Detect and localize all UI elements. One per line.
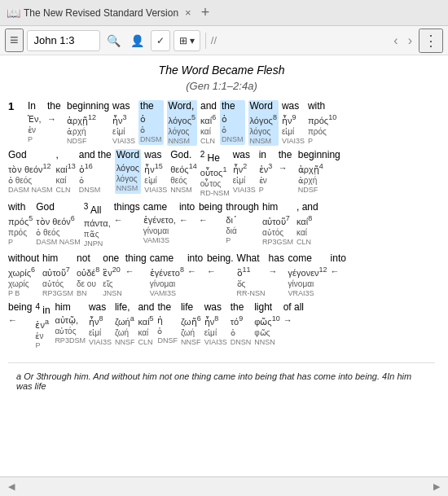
word-cell-the4: the→ (279, 149, 295, 173)
verse-3a-section: withπρός5πρόςP Godτὸν θεόν6ὁ θεόςDASM NA… (8, 201, 435, 251)
check-button[interactable]: ✓ (151, 30, 170, 51)
word-cell-through: throughδι᾽διάP (226, 201, 259, 246)
footer-bar: ◀ ▶ (0, 476, 448, 496)
passage-ref: (Gen 1:1–2:4a) (8, 80, 435, 92)
word-cell-being: being← (199, 201, 222, 226)
word-cell-life: life,ζωήaζωήNNSF (115, 301, 135, 347)
word-cell-god: Godτὸν θεόν12ὁ θεόςDASM NASM (8, 149, 53, 195)
verse-1-english: 1 InἘν,ἐνP the→ beginningἀρχῇ12ἀρχήNDSF … (8, 100, 435, 147)
word-cell-with: withπρός10πρόςP (308, 100, 336, 146)
title-bar: 📖 The New Revised Standard Version × + (0, 0, 448, 26)
verse-3a-row: withπρός5πρόςP Godτὸν θεόν6ὁ θεόςDASM NA… (8, 201, 435, 251)
word-cell-of: of all→ (283, 301, 304, 326)
word-cell-him2: himαὐτοῦ7αὐτόςRP3GSM (42, 252, 73, 298)
divider-label: // (211, 34, 217, 46)
word-cell-him: himαὐτοῦ7αὐτόςRP3GSM (262, 201, 293, 247)
word-cell-vnum2: 2 Heοὗτος1οὗτοςRD-NSM (200, 149, 230, 198)
word-cell-being3: being← (8, 301, 32, 326)
word-cell-was5: wasἦν8εἰμίVIAI3S (89, 301, 112, 347)
scroll-left-icon[interactable]: ◀ (8, 481, 15, 492)
word-cell-word2: Wordλόγος8λόγοςNNSM (248, 100, 279, 146)
word-cell-the5: theἡὁDNSF (157, 301, 178, 346)
verse-4-row: being← 4 inἐνaἐνP himαὐτῷ,αὐτόςRP3DSM wa… (8, 301, 435, 352)
word-cell-the: the→ (47, 100, 64, 125)
word-cell-god2: God.θεός14θεόςNNSM (170, 149, 196, 195)
word-cell-what: Whatὃ11ὅςRR-NSN (237, 252, 266, 298)
verse-3b-row: withoutχωρίς6χωρίςP B himαὐτοῦ7αὐτόςRP3G… (8, 252, 435, 300)
word-cell-has: has→ (269, 252, 285, 277)
word-cell-light: lightφῶς10φῶςNNSN (254, 301, 279, 347)
users-button[interactable]: 👤 (127, 33, 147, 49)
more-button[interactable]: ⋮ (419, 29, 443, 53)
word-cell-into2: into← (187, 252, 204, 277)
word-cell-into3: into← (331, 252, 347, 277)
tab-close-button[interactable]: × (185, 7, 191, 19)
next-button[interactable]: › (405, 32, 415, 50)
toolbar-separator (205, 33, 206, 49)
word-cell-one: oneἓν20εἴςJNSN (103, 252, 122, 298)
verse-1b-section: Godτὸν θεόν12ὁ θεόςDASM NASM ,καί13καίCL… (8, 149, 435, 200)
footnote-text: a Or 3through him. And without him not o… (8, 368, 435, 396)
word-cell-god3: Godτὸν θεόν6ὁ θεόςDASM NASM (36, 201, 81, 247)
word-cell-with2: withπρός5πρόςP (8, 201, 33, 247)
search-button[interactable]: 🔍 (103, 33, 124, 49)
word-cell-was4: wasἦν2εἰμίVIAI3S (233, 149, 256, 195)
word-cell-was6: wasἦν8εἰμίVIAI3S (204, 301, 227, 347)
app-icon: 📖 (7, 7, 20, 20)
word-cell-life2: lifeζωῆ6ζωήNNSF (181, 301, 201, 347)
word-cell-the3: theὁὁDNSM (220, 100, 245, 145)
verse-1b-row: Godτὸν θεόν12ὁ θεόςDASM NASM ,καί13καίCL… (8, 149, 435, 200)
word-cell-into: into← (179, 201, 195, 226)
word-cell-the6: theτό9ὁDNSN (231, 301, 252, 347)
word-cell-and3: , andκαί8καίCLN (296, 201, 318, 247)
word-cell-the2: theὁὁDNSM (138, 100, 164, 145)
tab-add-button[interactable]: + (201, 4, 210, 21)
word-cell-without: withoutχωρίς6χωρίςP B (8, 252, 39, 298)
prev-button[interactable]: ‹ (390, 32, 401, 50)
word-cell-came2: cameἐγένετο8γίνομαιVAMI3S (150, 252, 184, 298)
word-cell-vnum4: 4 inἐνaἐνP (35, 301, 51, 350)
toolbar: ≡ 🔍 👤 ✓ ⊞ ▾ // ‹ › ⋮ (0, 26, 448, 55)
word-cell-come: comeγέγονεν12γίνομαιVRAI3S (288, 252, 327, 298)
word-cell-vnum3: 3 Allπάντα,πᾶςJNPN (84, 201, 111, 249)
word-cell-not: notοὐδέ8δε ουBN (77, 252, 99, 298)
word-cell-and4: andκαί5καίCLN (138, 301, 154, 347)
word-cell-was: wasἦν3εἰμίVIAI3S (112, 100, 135, 146)
word-cell-and: andκαί6καίCLN (200, 100, 217, 146)
menu-button[interactable]: ≡ (5, 29, 24, 52)
word-cell-in: InἘν,ἐνP (28, 100, 44, 145)
content-area[interactable]: The Word Became Flesh (Gen 1:1–2:4a) 1 I… (0, 55, 448, 476)
layout-button[interactable]: ⊞ ▾ (173, 30, 200, 51)
word-cell-word3: WordλόγοςλόγοςNNSM (115, 149, 141, 194)
word-cell-beginning2: beginningἀρχῇ4ἀρχήNDSF (298, 149, 340, 195)
word-cell-things: things← (114, 201, 140, 226)
word-cell-comma: ,καί13καίCLN (56, 149, 76, 195)
word-cell-was2: wasἦν9εἰμίVIAI3S (282, 100, 305, 146)
word-cell: 1 (8, 100, 24, 114)
word-cell-in2: inἐν3ἐνP (259, 149, 275, 195)
word-cell-word: Word,λόγος5λόγοςNNSM (167, 100, 197, 146)
word-cell-him3: himαὐτῷ,αὐτόςRP3DSM (55, 301, 86, 346)
word-cell-beginning: beginningἀρχῇ12ἀρχήNDSF (67, 100, 109, 146)
tab-title: The New Revised Standard Version (24, 7, 178, 19)
word-cell-being2: being.← (207, 252, 234, 277)
word-cell-and2: and theὁ16ὁDNSM (79, 149, 112, 195)
word-cell-thing: thing← (125, 252, 147, 277)
scroll-right-icon[interactable]: ▶ (433, 481, 440, 492)
verse-3b-section: withoutχωρίς6χωρίςP B himαὐτοῦ7αὐτόςRP3G… (8, 252, 435, 300)
passage-title: The Word Became Flesh (8, 64, 435, 77)
location-input[interactable] (27, 30, 100, 51)
word-cell-was3: wasἦν15εἰμίVIAI3S (144, 149, 167, 195)
verse-1-section: 1 InἘν,ἐνP the→ beginningἀρχῇ12ἀρχήNDSF … (8, 100, 435, 147)
verse-4-section: being← 4 inἐνaἐνP himαὐτῷ,αὐτόςRP3DSM wa… (8, 301, 435, 352)
word-cell-came: cameἐγένετο,γίνομαιVAMI3S (143, 201, 176, 246)
